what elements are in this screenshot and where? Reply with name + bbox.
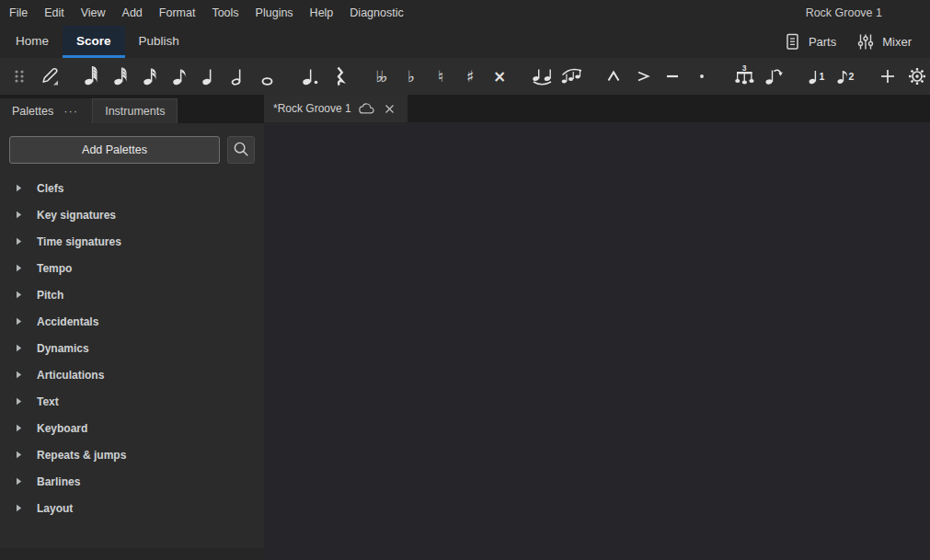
note-8th-button[interactable] [165, 62, 194, 91]
menu-edit[interactable]: Edit [36, 0, 73, 26]
score-document-tab[interactable]: *Rock Groove 1 [264, 95, 408, 122]
menu-tools[interactable]: Tools [203, 0, 247, 26]
menu-plugins[interactable]: Plugins [247, 0, 302, 26]
close-icon [384, 103, 396, 115]
note-32nd-button[interactable] [106, 62, 135, 91]
workspace-tab-publish[interactable]: Publish [125, 26, 193, 58]
staccato-button[interactable] [687, 62, 717, 91]
parts-label: Parts [809, 35, 836, 49]
slur-button[interactable] [557, 62, 586, 91]
menu-view[interactable]: View [73, 0, 114, 26]
palette-item-dynamics[interactable]: Dynamics [0, 335, 264, 361]
customize-toolbar-icon [904, 63, 930, 89]
accent-button[interactable] [628, 62, 658, 91]
menu-diagnostic[interactable]: Diagnostic [341, 0, 411, 26]
chevron-right-icon [16, 237, 22, 246]
note-half-button[interactable] [224, 62, 253, 91]
chevron-right-icon [16, 477, 22, 486]
palette-item-clefs[interactable]: Clefs [0, 175, 264, 201]
voice-1-button[interactable]: 1 [801, 62, 831, 91]
menu-format[interactable]: Format [151, 0, 204, 26]
natural-button[interactable]: ♮ [426, 62, 455, 91]
palette-item-text[interactable]: Text [0, 388, 264, 415]
double-flat-button[interactable]: ♭♭ [367, 62, 396, 91]
marcato-button[interactable] [599, 62, 628, 91]
palette-item-label: Time signatures [37, 235, 121, 248]
parts-button[interactable]: Parts [778, 29, 842, 55]
palette-item-articulations[interactable]: Articulations [0, 361, 264, 388]
menu-help[interactable]: Help [302, 0, 342, 26]
palette-item-layout[interactable]: Layout [0, 495, 264, 521]
palette-item-label: Layout [37, 502, 73, 515]
note-16th-button[interactable] [135, 62, 165, 91]
palette-item-label: Keyboard [37, 422, 87, 435]
palette-item-accidentals[interactable]: Accidentals [0, 308, 264, 335]
tab-instruments[interactable]: Instruments [92, 98, 178, 123]
toolbar-group [5, 62, 63, 91]
note-input-button[interactable] [34, 62, 63, 91]
toolbar-group [295, 62, 354, 91]
tenuto-button[interactable] [658, 62, 687, 91]
tie-icon [529, 63, 555, 89]
palette-item-label: Accidentals [37, 315, 98, 328]
slur-icon [558, 63, 584, 89]
toolbar-group: 3 [729, 62, 788, 91]
grip-icon [9, 63, 29, 89]
workspace-tab-home[interactable]: Home [2, 26, 63, 58]
toolbar-group [527, 62, 586, 91]
search-icon [232, 140, 250, 161]
customize-toolbar-button[interactable] [902, 62, 930, 91]
add-button[interactable] [873, 62, 902, 91]
double-sharp-button[interactable]: × [485, 62, 514, 91]
chevron-right-icon [16, 184, 22, 192]
note-whole-button[interactable] [253, 62, 282, 91]
note-quarter-button[interactable] [194, 62, 224, 91]
score-tab-strip: *Rock Groove 1 [264, 95, 930, 122]
mixer-button[interactable]: Mixer [851, 29, 917, 55]
flip-direction-button[interactable] [759, 62, 788, 91]
palette-item-label: Dynamics [37, 342, 89, 355]
voice-1-icon: 1 [803, 63, 829, 89]
flat-button[interactable]: ♭ [396, 62, 426, 91]
palette-item-keyboard[interactable]: Keyboard [0, 415, 264, 441]
sharp-button[interactable]: ♯ [455, 62, 485, 91]
menu-file[interactable]: File [1, 0, 36, 26]
workspace-tabs: HomeScorePublish [0, 26, 193, 58]
palette-item-barlines[interactable]: Barlines [0, 468, 264, 495]
augmentation-dot-button[interactable] [295, 62, 325, 91]
tenuto-icon [660, 63, 685, 89]
palettes-menu-button[interactable]: ··· [62, 107, 80, 116]
palette-item-key-signatures[interactable]: Key signatures [0, 201, 264, 228]
palette-list: ClefsKey signaturesTime signaturesTempoP… [0, 175, 264, 521]
close-tab-button[interactable] [382, 100, 398, 117]
toolbar-group [599, 62, 717, 91]
menu-add[interactable]: Add [114, 0, 151, 26]
palette-item-tempo[interactable]: Tempo [0, 255, 264, 281]
note-32nd-icon [108, 63, 133, 89]
chevron-right-icon [16, 504, 22, 512]
chevron-right-icon [16, 317, 22, 326]
score-main-area: *Rock Groove 1 [264, 95, 930, 560]
tie-button[interactable] [527, 62, 557, 91]
palette-search-button[interactable] [227, 136, 255, 164]
tab-palettes[interactable]: Palettes ··· [0, 98, 92, 123]
note-quarter-icon [196, 63, 222, 89]
quarter-rest-button[interactable] [325, 62, 354, 91]
chevron-right-icon [16, 397, 22, 406]
voice-2-button[interactable]: 2 [831, 62, 860, 91]
palette-item-pitch[interactable]: Pitch [0, 281, 264, 308]
note-64th-button[interactable] [76, 62, 106, 91]
workspace-tab-score[interactable]: Score [63, 26, 125, 58]
tuplet-button[interactable]: 3 [729, 62, 759, 91]
cloud-icon [359, 103, 374, 114]
grip-button[interactable] [5, 62, 34, 91]
score-canvas[interactable] [264, 122, 930, 560]
palette-item-repeats-jumps[interactable]: Repeats & jumps [0, 441, 264, 468]
palette-item-time-signatures[interactable]: Time signatures [0, 228, 264, 255]
augmentation-dot-icon [297, 63, 323, 89]
add-palettes-button[interactable]: Add Palettes [9, 136, 220, 164]
palette-item-label: Tempo [37, 262, 72, 275]
toolbar-group: 12 [801, 62, 860, 91]
palette-item-label: Pitch [37, 289, 63, 302]
note-half-icon [225, 63, 251, 89]
